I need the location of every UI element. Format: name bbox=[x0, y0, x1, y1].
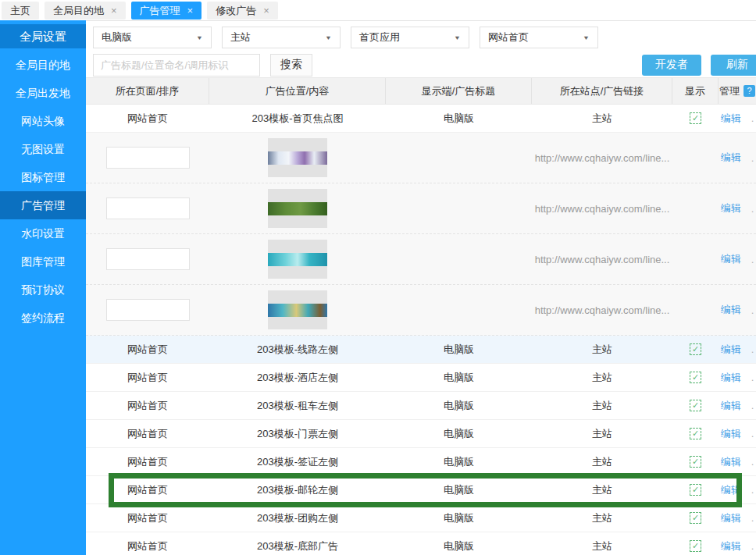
filter-select[interactable]: 主站▼ bbox=[222, 27, 341, 48]
visibility-checkbox[interactable]: ✓ bbox=[690, 400, 701, 411]
sidebar-item[interactable]: 预订协议 bbox=[0, 276, 86, 304]
sort-input[interactable] bbox=[106, 248, 190, 270]
ad-thumbnail[interactable] bbox=[268, 138, 327, 177]
sidebar-item[interactable]: 图库管理 bbox=[0, 247, 86, 276]
sidebar-item[interactable]: 网站头像 bbox=[0, 107, 86, 135]
manage-cell: 编辑. bbox=[719, 201, 756, 215]
ad-link[interactable]: http://www.cqhaiyw.com/line... bbox=[535, 304, 670, 316]
table-row[interactable]: 网站首页203模板-签证左侧电脑版主站✓编辑. bbox=[86, 448, 756, 476]
display-cell: 电脑版 bbox=[386, 455, 532, 469]
table-row[interactable]: 网站首页203模板-租车左侧电脑版主站✓编辑. bbox=[86, 392, 756, 420]
visibility-checkbox[interactable]: ✓ bbox=[690, 428, 701, 439]
site-cell: 主站 bbox=[532, 511, 672, 525]
edit-link[interactable]: 编辑 bbox=[721, 252, 741, 266]
ad-thumbnail[interactable] bbox=[268, 240, 327, 279]
tab-item[interactable]: 全局目的地× bbox=[45, 2, 126, 20]
visibility-checkbox[interactable]: ✓ bbox=[690, 540, 701, 552]
ad-link[interactable]: http://www.cqhaiyw.com/line... bbox=[535, 203, 670, 215]
sidebar-item[interactable]: 广告管理 bbox=[0, 191, 86, 219]
edit-link[interactable]: 编辑 bbox=[721, 455, 741, 469]
visibility-checkbox[interactable]: ✓ bbox=[690, 343, 701, 355]
select-value: 电脑版 bbox=[102, 30, 132, 44]
column-header-label: 显示端/广告标题 bbox=[422, 84, 496, 98]
checkmark-icon: ✓ bbox=[692, 401, 699, 410]
tab-label: 主页 bbox=[10, 4, 30, 18]
edit-link[interactable]: 编辑 bbox=[721, 371, 741, 385]
page-cell: 网站首页 bbox=[86, 112, 209, 126]
table-row[interactable]: http://www.cqhaiyw.com/line...编辑. bbox=[86, 285, 756, 336]
table-row[interactable]: 网站首页203模板-首页焦点图电脑版主站✓编辑. bbox=[86, 105, 756, 133]
tab-item[interactable]: 修改广告× bbox=[207, 2, 278, 20]
ad-thumbnail[interactable] bbox=[268, 290, 327, 329]
visibility-cell: ✓ bbox=[672, 540, 719, 552]
close-icon[interactable]: × bbox=[263, 5, 269, 16]
sort-input[interactable] bbox=[106, 197, 190, 219]
edit-link[interactable]: 编辑 bbox=[721, 511, 741, 525]
site-cell: 主站 bbox=[532, 455, 672, 469]
edit-link[interactable]: 编辑 bbox=[721, 201, 741, 215]
chevron-down-icon: ▼ bbox=[325, 34, 332, 41]
search-button[interactable]: 搜索 bbox=[270, 54, 312, 76]
help-icon[interactable]: ? bbox=[744, 85, 755, 97]
sort-input[interactable] bbox=[106, 147, 190, 169]
sort-input[interactable] bbox=[106, 299, 190, 321]
ad-position-cell bbox=[209, 290, 386, 329]
visibility-checkbox[interactable]: ✓ bbox=[690, 372, 701, 383]
sort-cell bbox=[86, 197, 209, 219]
page-cell: 网站首页 bbox=[86, 511, 209, 525]
edit-link[interactable]: 编辑 bbox=[721, 343, 741, 357]
visibility-checkbox[interactable]: ✓ bbox=[690, 112, 701, 124]
table-row[interactable]: 网站首页203模板-邮轮左侧电脑版主站✓编辑. bbox=[86, 476, 756, 504]
sort-cell bbox=[86, 147, 209, 169]
visibility-checkbox[interactable]: ✓ bbox=[690, 484, 701, 496]
display-cell: 电脑版 bbox=[386, 343, 532, 357]
manage-cell: 编辑. bbox=[719, 371, 756, 385]
developer-button[interactable]: 开发者 bbox=[642, 55, 701, 76]
visibility-checkbox[interactable]: ✓ bbox=[690, 456, 701, 468]
edit-link[interactable]: 编辑 bbox=[721, 151, 741, 165]
search-input[interactable] bbox=[93, 54, 260, 76]
ad-thumbnail[interactable] bbox=[268, 189, 327, 228]
visibility-checkbox[interactable]: ✓ bbox=[690, 512, 701, 524]
edit-link[interactable]: 编辑 bbox=[721, 427, 741, 441]
edit-link[interactable]: 编辑 bbox=[721, 112, 741, 126]
table-row[interactable]: http://www.cqhaiyw.com/line...编辑. bbox=[86, 133, 756, 183]
close-icon[interactable]: × bbox=[187, 5, 194, 16]
filter-select[interactable]: 网站首页▼ bbox=[480, 27, 598, 48]
chevron-down-icon: ▼ bbox=[196, 34, 203, 41]
table-row[interactable]: 网站首页203模板-酒店左侧电脑版主站✓编辑. bbox=[86, 364, 756, 392]
table-row[interactable]: http://www.cqhaiyw.com/line...编辑. bbox=[86, 183, 756, 234]
table-row[interactable]: 网站首页203模板-底部广告电脑版主站✓编辑. bbox=[86, 532, 756, 555]
edit-link[interactable]: 编辑 bbox=[721, 303, 741, 317]
sidebar-item[interactable]: 图标管理 bbox=[0, 163, 86, 191]
edit-link[interactable]: 编辑 bbox=[721, 539, 741, 553]
tab-item[interactable]: 广告管理× bbox=[131, 2, 202, 20]
ad-link[interactable]: http://www.cqhaiyw.com/line... bbox=[535, 254, 670, 265]
sidebar-item[interactable]: 无图设置 bbox=[0, 135, 86, 163]
visibility-cell: ✓ bbox=[672, 372, 719, 383]
edit-link[interactable]: 编辑 bbox=[721, 399, 741, 413]
ad-link[interactable]: http://www.cqhaiyw.com/line... bbox=[535, 152, 670, 164]
sidebar-item[interactable]: 水印设置 bbox=[0, 219, 86, 247]
sidebar-item[interactable]: 签约流程 bbox=[0, 304, 86, 332]
filter-select[interactable]: 电脑版▼ bbox=[93, 27, 212, 48]
sidebar-header[interactable]: 全局设置 bbox=[0, 24, 86, 48]
tab-item[interactable]: 主页 bbox=[2, 2, 39, 20]
table-row[interactable]: 网站首页203模板-门票左侧电脑版主站✓编辑. bbox=[86, 420, 756, 448]
sidebar-item[interactable]: 全局出发地 bbox=[0, 79, 86, 107]
manage-cell: 编辑. bbox=[719, 303, 756, 317]
sort-cell bbox=[86, 248, 209, 270]
chevron-down-icon: ▼ bbox=[583, 34, 590, 41]
edit-link[interactable]: 编辑 bbox=[721, 483, 741, 497]
filter-select[interactable]: 首页应用▼ bbox=[351, 27, 469, 48]
ad-position-cell: 203模板-酒店左侧 bbox=[209, 371, 386, 385]
sidebar-item[interactable]: 全局目的地 bbox=[0, 51, 86, 79]
table-row[interactable]: http://www.cqhaiyw.com/line...编辑. bbox=[86, 234, 756, 285]
truncated-action: . bbox=[751, 484, 754, 496]
display-cell: 电脑版 bbox=[386, 399, 532, 413]
refresh-button[interactable]: 刷新 bbox=[711, 55, 756, 76]
table-row[interactable]: 网站首页203模板-线路左侧电脑版主站✓编辑. bbox=[86, 336, 756, 364]
checkmark-icon: ✓ bbox=[692, 486, 699, 494]
close-icon[interactable]: × bbox=[111, 5, 117, 16]
table-row[interactable]: 网站首页203模板-团购左侧电脑版主站✓编辑. bbox=[86, 504, 756, 532]
